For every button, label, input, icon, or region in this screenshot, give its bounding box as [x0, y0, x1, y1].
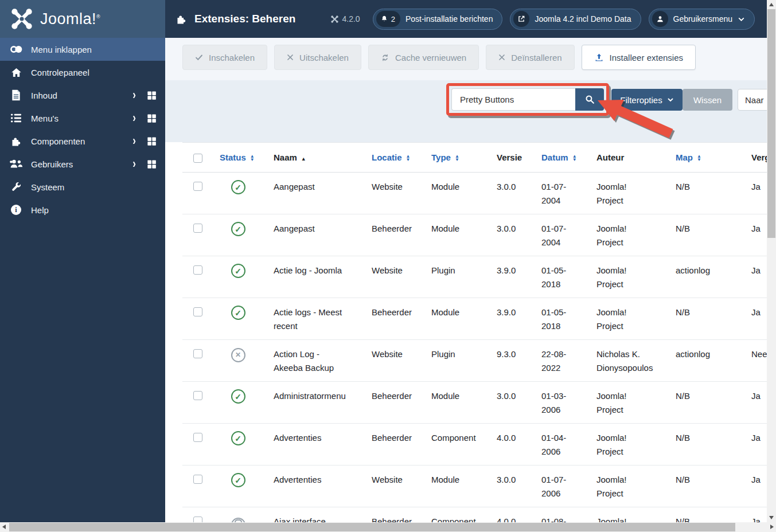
- sort-both-icon: ▲▼: [250, 155, 255, 162]
- row-checkbox[interactable]: [193, 517, 202, 522]
- top-header: Joomla!® Extensies: Beheren 4.2.0: [0, 0, 776, 38]
- upload-icon: [594, 53, 604, 62]
- row-checkbox[interactable]: [193, 433, 202, 442]
- install-extensions-button[interactable]: Installeer extensies: [582, 45, 696, 70]
- column-header-type[interactable]: Type▲▼: [422, 143, 488, 173]
- cell-location: Website: [364, 466, 422, 507]
- row-checkbox[interactable]: [193, 182, 202, 191]
- row-checkbox[interactable]: [193, 475, 202, 484]
- external-link-icon: [517, 15, 525, 23]
- status-icon[interactable]: [231, 473, 245, 487]
- column-header-name[interactable]: Naam▲: [264, 143, 364, 173]
- extensions-table: Status▲▼ Naam▲ Locatie▲▼ Type▲▼ Versie: [182, 142, 776, 522]
- quick-grid-icon[interactable]: [146, 159, 157, 170]
- status-icon[interactable]: [231, 348, 245, 362]
- joomla-version: 4.2.0: [330, 14, 360, 24]
- status-icon[interactable]: [231, 222, 245, 236]
- page-title-area: Extensies: Beheren: [165, 13, 295, 25]
- horizontal-scroll-thumb[interactable]: [9, 523, 735, 531]
- quick-grid-icon[interactable]: [146, 113, 157, 124]
- column-header-folder[interactable]: Map▲▼: [668, 143, 743, 173]
- cell-folder: N/B: [668, 507, 743, 523]
- refresh-cache-button[interactable]: Cache vernieuwen: [368, 45, 479, 70]
- horizontal-scrollbar[interactable]: [0, 522, 776, 532]
- scroll-up-arrow[interactable]: [769, 3, 774, 6]
- scroll-left-arrow[interactable]: [2, 525, 6, 529]
- cell-folder: actionlog: [668, 256, 743, 298]
- cell-name: Advertenties: [264, 466, 364, 507]
- joomla-logo-icon: [9, 6, 34, 32]
- puzzle-icon: [9, 134, 23, 148]
- column-header-location[interactable]: Locatie▲▼: [364, 143, 422, 173]
- status-icon[interactable]: [231, 180, 245, 194]
- cell-name: Action Log - Akeeba Backup: [264, 340, 364, 382]
- cell-author: Joomla! Project: [588, 256, 668, 298]
- list-icon: [9, 111, 23, 125]
- table-row: Action Log - Akeeba Backup Website Plugi…: [182, 340, 776, 382]
- sidebar-item-collapse-menu[interactable]: Menu inklappen: [0, 38, 165, 61]
- button-label: Inschakelen: [209, 53, 255, 62]
- preview-site-button[interactable]: Joomla 4.2 incl Demo Data: [510, 9, 641, 30]
- sidebar-item-components[interactable]: Componenten ›: [0, 130, 165, 152]
- cell-folder: N/B: [668, 424, 743, 466]
- toggle-icon: [9, 42, 23, 56]
- vertical-scroll-thumb[interactable]: [767, 9, 775, 238]
- user-bubble: [652, 11, 668, 27]
- cell-name: Aangepast: [264, 214, 364, 256]
- home-icon: [9, 65, 23, 79]
- cell-folder: N/B: [668, 173, 743, 214]
- sidebar-item-label: Help: [31, 205, 157, 215]
- button-label: Wissen: [693, 95, 722, 105]
- chevron-right-icon: ›: [132, 134, 136, 149]
- sidebar-item-users[interactable]: Gebruikers ›: [0, 152, 165, 175]
- sidebar-item-label: Systeem: [31, 182, 157, 192]
- disable-button[interactable]: Uitschakelen: [274, 45, 361, 70]
- sidebar-item-content[interactable]: Inhoud ›: [0, 84, 165, 107]
- search-input[interactable]: [451, 88, 575, 111]
- cell-location: Website: [364, 340, 422, 382]
- cell-name: Administratormenu: [264, 382, 364, 424]
- row-checkbox[interactable]: [193, 224, 202, 233]
- user-menu-button[interactable]: Gebruikersmenu: [649, 9, 755, 30]
- sidebar-item-menus[interactable]: Menu's ›: [0, 107, 165, 130]
- enable-button[interactable]: Inschakelen: [182, 45, 267, 70]
- cell-type: Component: [422, 424, 488, 466]
- quick-grid-icon[interactable]: [146, 136, 157, 147]
- row-checkbox[interactable]: [193, 391, 202, 400]
- status-icon[interactable]: [231, 264, 245, 278]
- column-header-date[interactable]: Datum▲▼: [533, 143, 588, 173]
- status-icon[interactable]: [231, 389, 245, 404]
- puzzle-icon: [176, 13, 188, 25]
- row-checkbox[interactable]: [193, 265, 202, 275]
- status-icon[interactable]: [231, 431, 245, 445]
- status-icon[interactable]: [231, 518, 245, 523]
- sidebar-item-system[interactable]: Systeem: [0, 175, 165, 198]
- vertical-scrollbar[interactable]: [767, 0, 776, 522]
- table-row: Aangepast Website Module 3.0.0 01-07-200…: [182, 173, 776, 214]
- extensions-table-wrap: Status▲▼ Naam▲ Locatie▲▼ Type▲▼ Versie: [182, 142, 776, 522]
- cell-author: Joomla! Project: [588, 382, 668, 424]
- cell-location: Beheerder: [364, 507, 422, 523]
- status-icon[interactable]: [231, 306, 245, 320]
- scroll-right-arrow[interactable]: [770, 525, 774, 529]
- filter-options-button[interactable]: Filteropties: [611, 89, 683, 111]
- quick-grid-icon[interactable]: [146, 90, 157, 101]
- scroll-down-arrow[interactable]: [769, 516, 774, 519]
- chevron-down-icon: [667, 96, 674, 103]
- cell-version: 3.0.0: [488, 382, 533, 424]
- sidebar-item-help[interactable]: i Help: [0, 198, 165, 221]
- select-all-checkbox[interactable]: [193, 154, 202, 163]
- uninstall-button[interactable]: Deïnstalleren: [486, 45, 574, 70]
- row-checkbox[interactable]: [193, 307, 202, 316]
- column-header-status[interactable]: Status▲▼: [212, 143, 264, 173]
- info-icon: i: [9, 203, 23, 217]
- search-button[interactable]: [575, 88, 604, 111]
- row-checkbox[interactable]: [193, 349, 202, 358]
- clear-button[interactable]: Wissen: [683, 89, 732, 111]
- sidebar-item-control-panel[interactable]: Controlepaneel: [0, 61, 165, 84]
- table-row: Advertenties Beheerder Component 4.0.0 0…: [182, 424, 776, 466]
- table-row: Actie log - Joomla Website Plugin 3.9.0 …: [182, 256, 776, 298]
- main-content: Inschakelen Uitschakelen Cache vernieuwe…: [165, 38, 776, 522]
- post-installation-messages-button[interactable]: 2 Post-installatie berichten: [373, 9, 503, 30]
- user-icon: [656, 14, 665, 24]
